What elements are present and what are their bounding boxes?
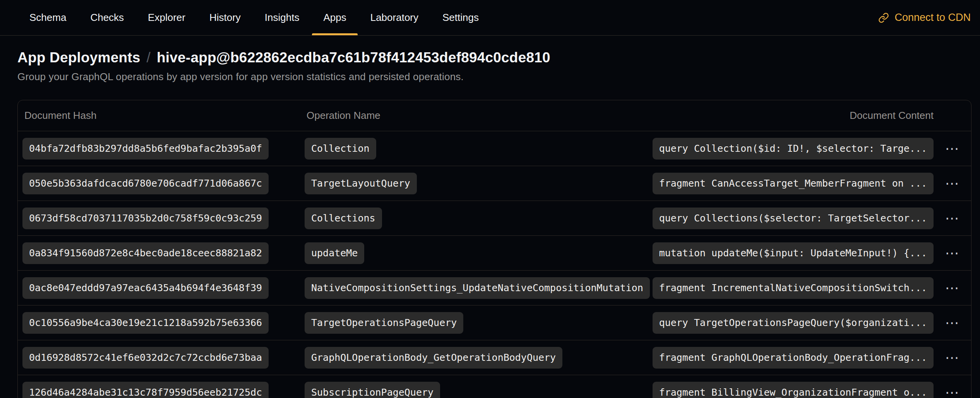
operation-name-badge: TargetLayoutQuery bbox=[305, 173, 417, 194]
row-menu-button[interactable]: ⋯ bbox=[941, 348, 964, 367]
nav-tab-settings[interactable]: Settings bbox=[430, 0, 491, 35]
column-header-document-hash: Document Hash bbox=[24, 110, 307, 122]
operation-name-badge: SubscriptionPageQuery bbox=[305, 382, 440, 398]
operation-name-badge: updateMe bbox=[305, 242, 364, 264]
column-header-document-content: Document Content bbox=[850, 110, 934, 122]
table-row: 126d46a4284abe31c13c78f7959d56eeb21725dc… bbox=[18, 375, 971, 398]
document-hash-badge: 0d16928d8572c41ef6e032d2c7c72ccbd6e73baa bbox=[22, 347, 269, 369]
table-row: 0d16928d8572c41ef6e032d2c7c72ccbd6e73baa… bbox=[18, 340, 971, 375]
document-hash-badge: 126d46a4284abe31c13c78f7959d56eeb21725dc bbox=[22, 382, 269, 398]
table-header-row: Document Hash Operation Name Document Co… bbox=[18, 100, 971, 131]
nav-tab-checks[interactable]: Checks bbox=[78, 0, 136, 35]
operation-name-badge: GraphQLOperationBody_GetOperationBodyQue… bbox=[305, 347, 562, 369]
document-content-badge: query Collection($id: ID!, $selector: Ta… bbox=[653, 138, 934, 160]
ellipsis-icon: ⋯ bbox=[945, 210, 960, 226]
document-content-badge: query TargetOperationsPageQuery($organiz… bbox=[653, 312, 934, 334]
document-content-badge: fragment IncrementalNativeCompositionSwi… bbox=[653, 277, 934, 299]
operation-name-badge: Collection bbox=[305, 138, 376, 160]
connect-to-cdn-label: Connect to CDN bbox=[894, 12, 971, 24]
document-content-badge: fragment GraphQLOperationBody_OperationF… bbox=[653, 347, 934, 369]
row-menu-button[interactable]: ⋯ bbox=[941, 279, 964, 297]
nav-tab-history[interactable]: History bbox=[197, 0, 253, 35]
document-hash-badge: 0673df58cd7037117035b2d0c758f59c0c93c259 bbox=[22, 208, 269, 229]
ellipsis-icon: ⋯ bbox=[945, 315, 960, 331]
document-content-badge: fragment BillingView_OrganizationFragmen… bbox=[653, 382, 934, 398]
row-menu-button[interactable]: ⋯ bbox=[941, 209, 964, 228]
table-body: 04bfa72dfb83b297dd8a5b6fed9bafac2b395a0f… bbox=[18, 131, 971, 398]
nav-tab-schema[interactable]: Schema bbox=[17, 0, 78, 35]
row-menu-button[interactable]: ⋯ bbox=[941, 244, 964, 262]
row-menu-button[interactable]: ⋯ bbox=[941, 383, 964, 398]
ellipsis-icon: ⋯ bbox=[945, 384, 960, 398]
app-name: hive-app@b622862ecdba7c61b78f412453def89… bbox=[157, 50, 550, 66]
column-header-operation-name: Operation Name bbox=[307, 110, 850, 122]
ellipsis-icon: ⋯ bbox=[945, 245, 960, 261]
link-icon bbox=[878, 12, 889, 23]
app-deployments-page: App Deployments / hive-app@b622862ecdba7… bbox=[0, 50, 980, 398]
nav-tab-explorer[interactable]: Explorer bbox=[136, 0, 197, 35]
document-hash-badge: 050e5b363dafdcacd6780e706cadf771d06a867c bbox=[22, 173, 269, 194]
document-hash-badge: 0c10556a9be4ca30e19e21c1218a592b75e63366 bbox=[22, 312, 269, 334]
deployments-table: Document Hash Operation Name Document Co… bbox=[17, 100, 971, 398]
page-subtitle: Group your GraphQL operations by app ver… bbox=[17, 71, 971, 83]
nav-tab-laboratory[interactable]: Laboratory bbox=[358, 0, 430, 35]
document-content-badge: query Collections($selector: TargetSelec… bbox=[653, 208, 934, 229]
breadcrumb: App Deployments / hive-app@b622862ecdba7… bbox=[17, 50, 971, 66]
connect-to-cdn-link[interactable]: Connect to CDN bbox=[878, 0, 971, 35]
nav-tab-insights[interactable]: Insights bbox=[253, 0, 312, 35]
operation-name-badge: NativeCompositionSettings_UpdateNativeCo… bbox=[305, 277, 650, 299]
nav-tab-apps[interactable]: Apps bbox=[311, 0, 358, 35]
ellipsis-icon: ⋯ bbox=[945, 141, 960, 156]
ellipsis-icon: ⋯ bbox=[945, 175, 960, 191]
nav-tabs: SchemaChecksExplorerHistoryInsightsAppsL… bbox=[17, 0, 491, 35]
row-menu-button[interactable]: ⋯ bbox=[941, 139, 964, 158]
ellipsis-icon: ⋯ bbox=[945, 280, 960, 296]
breadcrumb-separator: / bbox=[147, 50, 151, 66]
row-menu-button[interactable]: ⋯ bbox=[941, 174, 964, 193]
document-hash-badge: 0a834f91560d872e8c4bec0ade18ceec88821a82 bbox=[22, 242, 269, 264]
table-row: 050e5b363dafdcacd6780e706cadf771d06a867c… bbox=[18, 166, 971, 201]
document-content-badge: fragment CanAccessTarget_MemberFragment … bbox=[653, 173, 934, 194]
operation-name-badge: Collections bbox=[305, 208, 382, 229]
row-menu-button[interactable]: ⋯ bbox=[941, 314, 964, 332]
breadcrumb-section: App Deployments bbox=[17, 50, 140, 66]
document-hash-badge: 0ac8e047eddd97a97eac6435a4b694f4e3648f39 bbox=[22, 277, 269, 299]
table-row: 0c10556a9be4ca30e19e21c1218a592b75e63366… bbox=[18, 305, 971, 340]
table-row: 0673df58cd7037117035b2d0c758f59c0c93c259… bbox=[18, 201, 971, 235]
table-row: 0a834f91560d872e8c4bec0ade18ceec88821a82… bbox=[18, 235, 971, 270]
table-row: 0ac8e047eddd97a97eac6435a4b694f4e3648f39… bbox=[18, 270, 971, 305]
table-row: 04bfa72dfb83b297dd8a5b6fed9bafac2b395a0f… bbox=[18, 131, 971, 166]
document-hash-badge: 04bfa72dfb83b297dd8a5b6fed9bafac2b395a0f bbox=[22, 138, 269, 160]
operation-name-badge: TargetOperationsPageQuery bbox=[305, 312, 463, 334]
ellipsis-icon: ⋯ bbox=[945, 350, 960, 365]
document-content-badge: mutation updateMe($input: UpdateMeInput!… bbox=[653, 242, 934, 264]
top-navbar: SchemaChecksExplorerHistoryInsightsAppsL… bbox=[0, 0, 980, 36]
